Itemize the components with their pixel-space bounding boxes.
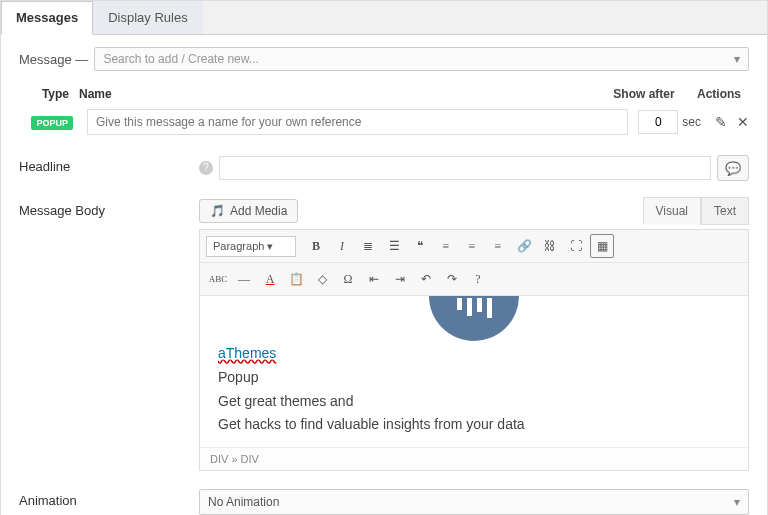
tabs-bar: Messages Display Rules — [1, 1, 767, 35]
animation-label: Animation — [19, 489, 199, 508]
clear-format-icon[interactable]: ◇ — [310, 267, 334, 291]
outdent-icon[interactable]: ⇤ — [362, 267, 386, 291]
help-icon[interactable]: ? — [199, 161, 213, 175]
align-left-icon[interactable]: ≡ — [434, 234, 458, 258]
bullet-list-icon[interactable]: ≣ — [356, 234, 380, 258]
headline-chat-button[interactable]: 💬 — [717, 155, 749, 181]
sec-label: sec — [682, 115, 701, 129]
headline-input[interactable] — [219, 156, 711, 180]
speech-bubble-icon: 💬 — [725, 161, 741, 176]
undo-icon[interactable]: ↶ — [414, 267, 438, 291]
help-toolbar-icon[interactable]: ? — [466, 267, 490, 291]
numbered-list-icon[interactable]: ☰ — [382, 234, 406, 258]
content-line: Get great themes and — [218, 390, 730, 414]
name-input[interactable] — [87, 109, 628, 135]
tab-messages[interactable]: Messages — [1, 1, 93, 35]
show-after-input[interactable] — [638, 110, 678, 134]
header-type: Type — [19, 87, 79, 101]
editor-tab-visual[interactable]: Visual — [643, 197, 701, 225]
edit-icon[interactable]: ✎ — [715, 114, 727, 130]
unlink-icon[interactable]: ⛓ — [538, 234, 562, 258]
editor-status-bar: DIV » DIV — [200, 447, 748, 470]
toolbar-toggle-icon[interactable]: ▦ — [590, 234, 614, 258]
close-icon[interactable]: ✕ — [737, 114, 749, 130]
indent-icon[interactable]: ⇥ — [388, 267, 412, 291]
fullscreen-icon[interactable]: ⛶ — [564, 234, 588, 258]
editor-tab-text[interactable]: Text — [701, 197, 749, 225]
media-icon: 🎵 — [210, 204, 225, 218]
header-name: Name — [79, 87, 599, 101]
headline-label: Headline — [19, 155, 199, 174]
text-color-icon[interactable]: A — [258, 267, 282, 291]
chart-circle-icon — [429, 296, 519, 341]
align-center-icon[interactable]: ≡ — [460, 234, 484, 258]
format-select[interactable]: Paragraph ▾ — [206, 236, 296, 257]
editor-content-area[interactable]: aThemes Popup Get great themes and Get h… — [200, 296, 748, 447]
link-icon[interactable]: 🔗 — [512, 234, 536, 258]
add-media-button[interactable]: 🎵 Add Media — [199, 199, 298, 223]
animation-select[interactable]: No Animation▾ — [199, 489, 749, 515]
hr-icon[interactable]: — — [232, 267, 256, 291]
wysiwyg-editor: Paragraph ▾ B I ≣ ☰ ❝ ≡ ≡ ≡ 🔗 ⛓ ⛶ ▦ — [199, 229, 749, 471]
redo-icon[interactable]: ↷ — [440, 267, 464, 291]
paste-text-icon[interactable]: 📋 — [284, 267, 308, 291]
italic-icon[interactable]: I — [330, 234, 354, 258]
message-select[interactable]: Search to add / Create new... — [94, 47, 749, 71]
special-char-icon[interactable]: Ω — [336, 267, 360, 291]
strikethrough-icon[interactable]: ABC — [206, 267, 230, 291]
tab-display-rules[interactable]: Display Rules — [93, 1, 202, 34]
quote-icon[interactable]: ❝ — [408, 234, 432, 258]
header-show-after: Show after — [599, 87, 689, 101]
bold-icon[interactable]: B — [304, 234, 328, 258]
content-line: Popup — [218, 366, 730, 390]
content-link[interactable]: aThemes — [218, 345, 276, 361]
message-select-label: Message — — [19, 52, 88, 67]
header-actions: Actions — [689, 87, 749, 101]
content-line: Get hacks to find valuable insights from… — [218, 413, 730, 437]
type-badge: POPUP — [31, 116, 73, 130]
message-body-label: Message Body — [19, 199, 199, 218]
align-right-icon[interactable]: ≡ — [486, 234, 510, 258]
